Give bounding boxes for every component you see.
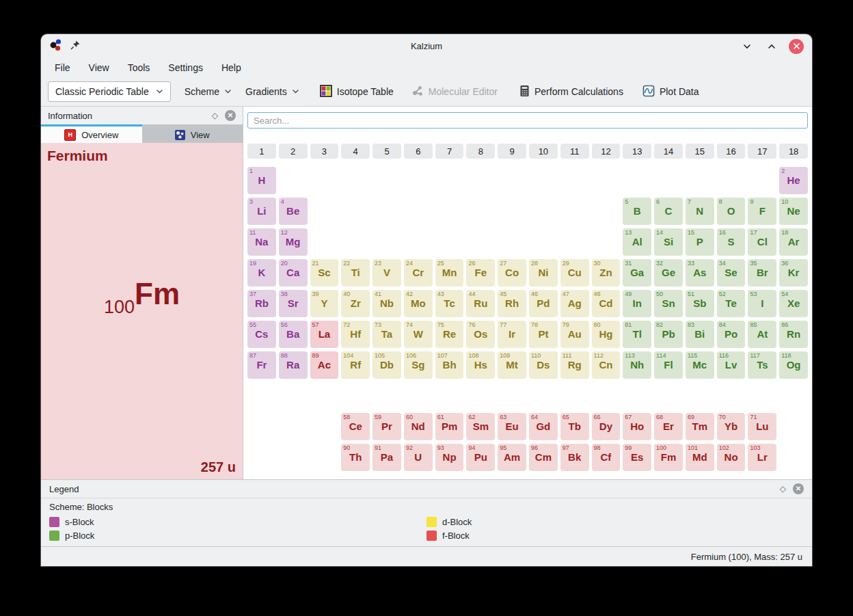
element-cell-C[interactable]: 6C: [654, 198, 683, 225]
element-cell-Co[interactable]: 27Co: [498, 259, 526, 286]
element-cell-Ir[interactable]: 77Ir: [498, 321, 526, 348]
element-cell-Sr[interactable]: 38Sr: [279, 290, 308, 317]
element-cell-Nh[interactable]: 113Nh: [623, 351, 651, 379]
perform-calculations-button[interactable]: Perform Calculations: [519, 85, 623, 99]
group-number-button[interactable]: 11: [560, 144, 589, 159]
group-number-button[interactable]: 2: [279, 144, 308, 159]
group-number-button[interactable]: 17: [748, 144, 776, 159]
menu-file[interactable]: File: [55, 62, 70, 73]
element-cell-Os[interactable]: 76Os: [466, 321, 495, 348]
element-cell-No[interactable]: 102No: [717, 444, 746, 471]
close-panel-icon[interactable]: ✕: [793, 483, 804, 494]
element-cell-Zn[interactable]: 30Zn: [592, 259, 621, 286]
menu-settings[interactable]: Settings: [168, 62, 203, 73]
element-cell-Gd[interactable]: 64Gd: [529, 413, 558, 440]
element-cell-Md[interactable]: 101Md: [686, 444, 714, 471]
table-type-select[interactable]: Classic Periodic Table: [48, 81, 171, 102]
element-cell-Mg[interactable]: 12Mg: [279, 228, 308, 256]
group-number-button[interactable]: 12: [592, 144, 621, 159]
element-cell-Se[interactable]: 34Se: [717, 259, 746, 286]
element-cell-Ar[interactable]: 18Ar: [779, 228, 808, 256]
element-cell-Rh[interactable]: 45Rh: [498, 290, 526, 317]
element-cell-Eu[interactable]: 63Eu: [498, 413, 526, 440]
element-cell-Mn[interactable]: 25Mn: [435, 259, 464, 286]
element-cell-Am[interactable]: 95Am: [498, 444, 526, 471]
element-cell-Ds[interactable]: 110Ds: [529, 351, 558, 379]
element-cell-Au[interactable]: 79Au: [560, 321, 589, 348]
element-cell-Pd[interactable]: 46Pd: [529, 290, 558, 317]
element-cell-Cm[interactable]: 96Cm: [529, 444, 558, 471]
group-number-button[interactable]: 8: [466, 144, 495, 159]
element-cell-Ra[interactable]: 88Ra: [279, 351, 308, 379]
group-number-button[interactable]: 7: [435, 144, 464, 159]
element-cell-Mc[interactable]: 115Mc: [686, 351, 714, 379]
element-cell-Ni[interactable]: 28Ni: [529, 259, 558, 286]
element-cell-Bi[interactable]: 83Bi: [686, 321, 714, 348]
group-number-button[interactable]: 16: [717, 144, 746, 159]
element-cell-Pb[interactable]: 82Pb: [654, 321, 683, 348]
maximize-button[interactable]: [764, 39, 779, 54]
close-button[interactable]: [789, 39, 804, 54]
element-cell-I[interactable]: 53I: [748, 290, 776, 317]
element-cell-Tc[interactable]: 43Tc: [435, 290, 464, 317]
float-panel-icon[interactable]: ◇: [212, 111, 218, 120]
element-cell-Hg[interactable]: 80Hg: [592, 321, 621, 348]
element-cell-Og[interactable]: 118Og: [779, 351, 808, 379]
element-cell-Dy[interactable]: 66Dy: [592, 413, 621, 440]
group-number-button[interactable]: 10: [529, 144, 558, 159]
menu-view[interactable]: View: [89, 62, 109, 73]
menu-help[interactable]: Help: [221, 62, 241, 73]
element-cell-Tl[interactable]: 81Tl: [623, 321, 651, 348]
element-cell-N[interactable]: 7N: [686, 198, 714, 225]
element-cell-Cl[interactable]: 17Cl: [748, 228, 776, 256]
element-cell-H[interactable]: 1H: [247, 167, 276, 194]
plot-data-button[interactable]: Plot Data: [642, 85, 699, 99]
element-cell-Pt[interactable]: 78Pt: [529, 321, 558, 348]
element-cell-Lr[interactable]: 103Lr: [748, 444, 776, 471]
element-cell-Sc[interactable]: 21Sc: [310, 259, 339, 286]
group-number-button[interactable]: 4: [341, 144, 370, 159]
element-cell-Tb[interactable]: 65Tb: [560, 413, 589, 440]
element-cell-P[interactable]: 15P: [686, 228, 714, 256]
element-cell-Es[interactable]: 99Es: [623, 444, 651, 471]
element-cell-S[interactable]: 16S: [717, 228, 746, 256]
element-cell-Cs[interactable]: 55Cs: [247, 321, 276, 348]
element-cell-Rg[interactable]: 111Rg: [560, 351, 589, 379]
element-cell-Np[interactable]: 93Np: [435, 444, 464, 471]
element-cell-Cn[interactable]: 112Cn: [592, 351, 621, 379]
element-cell-He[interactable]: 2He: [779, 167, 808, 194]
element-cell-Ag[interactable]: 47Ag: [560, 290, 589, 317]
element-cell-Po[interactable]: 84Po: [717, 321, 746, 348]
element-cell-Fm[interactable]: 100Fm: [654, 444, 683, 471]
element-cell-Sm[interactable]: 62Sm: [466, 413, 495, 440]
element-cell-Ca[interactable]: 20Ca: [279, 259, 308, 286]
element-cell-Y[interactable]: 39Y: [310, 290, 339, 317]
element-cell-Li[interactable]: 3Li: [247, 198, 276, 225]
element-cell-Cr[interactable]: 24Cr: [404, 259, 433, 286]
group-number-button[interactable]: 5: [373, 144, 401, 159]
element-cell-Cu[interactable]: 29Cu: [560, 259, 589, 286]
element-cell-In[interactable]: 49In: [623, 290, 651, 317]
element-cell-Sb[interactable]: 51Sb: [686, 290, 714, 317]
element-cell-Ce[interactable]: 58Ce: [341, 413, 370, 440]
element-cell-Ne[interactable]: 10Ne: [779, 198, 808, 225]
element-cell-V[interactable]: 23V: [373, 259, 401, 286]
element-cell-Pm[interactable]: 61Pm: [435, 413, 464, 440]
element-cell-Pu[interactable]: 94Pu: [466, 444, 495, 471]
element-cell-Bh[interactable]: 107Bh: [435, 351, 464, 379]
group-number-button[interactable]: 6: [404, 144, 433, 159]
element-cell-F[interactable]: 9F: [748, 198, 776, 225]
element-cell-Si[interactable]: 14Si: [654, 228, 683, 256]
element-cell-Yb[interactable]: 70Yb: [717, 413, 746, 440]
close-panel-icon[interactable]: ✕: [225, 110, 236, 121]
menu-tools[interactable]: Tools: [128, 62, 150, 73]
element-cell-Th[interactable]: 90Th: [341, 444, 370, 471]
element-cell-Pr[interactable]: 59Pr: [373, 413, 401, 440]
element-cell-Br[interactable]: 35Br: [748, 259, 776, 286]
tab-overview[interactable]: H Overview: [41, 124, 142, 143]
element-cell-Er[interactable]: 68Er: [654, 413, 683, 440]
element-cell-Hf[interactable]: 72Hf: [341, 321, 370, 348]
element-cell-Re[interactable]: 75Re: [435, 321, 464, 348]
element-cell-Db[interactable]: 105Db: [373, 351, 401, 379]
element-cell-U[interactable]: 92U: [404, 444, 433, 471]
